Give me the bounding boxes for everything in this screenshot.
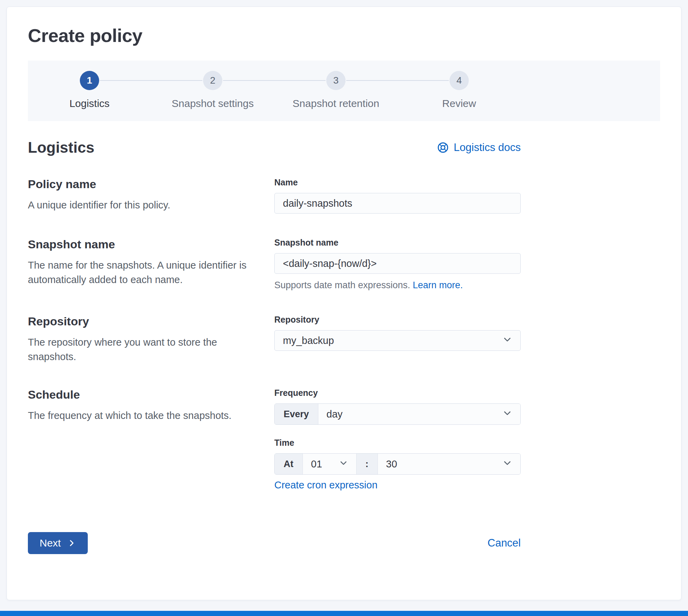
step-connector: [151, 80, 202, 81]
schedule-title: Schedule: [28, 388, 250, 401]
step-review[interactable]: 4 Review: [398, 71, 521, 109]
step-track: 4: [398, 71, 521, 90]
schedule-help: The frequency at which to take the snaps…: [28, 408, 250, 423]
step-number-badge[interactable]: 2: [203, 71, 222, 90]
section-title: Logistics: [28, 139, 94, 156]
step-track: 2: [151, 71, 274, 90]
policy-name-help: A unique identifier for this policy.: [28, 198, 250, 212]
cancel-button[interactable]: Cancel: [488, 537, 521, 549]
steps-row: 1 Logistics 2 Snapshot settings 3: [28, 71, 521, 109]
snapshot-name-fields: Snapshot name Supports date math express…: [274, 238, 521, 291]
snapshot-name-row: Snapshot name The name for the snapshots…: [28, 238, 521, 291]
snapshot-name-description: Snapshot name The name for the snapshots…: [28, 238, 274, 291]
time-prepend-label: At: [275, 454, 303, 474]
repository-select[interactable]: my_backup: [274, 330, 521, 351]
docs-icon: [437, 142, 449, 153]
repository-field-label: Repository: [274, 315, 521, 325]
create-cron-expression-link[interactable]: Create cron expression: [274, 479, 378, 491]
frequency-group: Every day: [274, 403, 521, 425]
step-progress-bar: 1 Logistics 2 Snapshot settings 3: [28, 61, 660, 121]
name-field-label: Name: [274, 177, 521, 187]
policy-name-row: Policy name A unique identifier for this…: [28, 177, 521, 214]
next-button[interactable]: Next: [28, 532, 88, 554]
chevron-down-icon: [502, 408, 512, 420]
step-connector: [100, 80, 151, 81]
snapshot-name-field-label: Snapshot name: [274, 238, 521, 248]
schedule-description: Schedule The frequency at which to take …: [28, 388, 274, 491]
step-number-badge[interactable]: 1: [80, 71, 99, 90]
time-field-label: Time: [274, 438, 521, 448]
logistics-form: Policy name A unique identifier for this…: [28, 177, 521, 554]
logistics-docs-link[interactable]: Logistics docs: [437, 141, 521, 154]
step-label: Snapshot retention: [293, 98, 379, 109]
learn-more-link[interactable]: Learn more.: [413, 280, 463, 290]
policy-name-description: Policy name A unique identifier for this…: [28, 177, 274, 214]
schedule-row: Schedule The frequency at which to take …: [28, 388, 521, 491]
minute-select[interactable]: 30: [378, 454, 521, 474]
repository-fields: Repository my_backup: [274, 315, 521, 364]
snapshot-name-help: The name for the snapshots. A unique ide…: [28, 258, 250, 287]
snapshot-name-title: Snapshot name: [28, 238, 250, 251]
step-label: Review: [442, 98, 476, 109]
chevron-down-icon: [502, 335, 512, 347]
schedule-fields: Frequency Every day Time At: [274, 388, 521, 491]
step-connector: [223, 80, 274, 81]
frequency-prepend-label: Every: [275, 404, 318, 424]
chevron-down-icon: [502, 458, 512, 470]
step-snapshot-settings[interactable]: 2 Snapshot settings: [151, 71, 274, 109]
repository-description: Repository The repository where you want…: [28, 315, 274, 364]
step-number-badge[interactable]: 4: [449, 71, 469, 90]
create-policy-card: Create policy 1 Logistics 2 Snapshot set…: [7, 7, 681, 600]
hour-selected-value: 01: [311, 458, 322, 470]
step-connector: [398, 80, 449, 81]
minute-selected-value: 30: [386, 458, 397, 470]
bottom-accent-bar: [0, 611, 688, 616]
frequency-field-label: Frequency: [274, 388, 521, 398]
page-title: Create policy: [28, 25, 660, 46]
frequency-selected-value: day: [327, 409, 343, 420]
hour-select[interactable]: 01: [303, 454, 357, 474]
repository-title: Repository: [28, 315, 250, 328]
snapshot-name-input[interactable]: [274, 253, 521, 274]
step-track: 3: [274, 71, 398, 90]
chevron-down-icon: [339, 458, 348, 470]
time-separator: :: [357, 454, 378, 474]
next-button-label: Next: [40, 537, 61, 549]
repository-help: The repository where you want to store t…: [28, 335, 250, 364]
chevron-right-icon: [67, 539, 76, 548]
step-label: Logistics: [70, 98, 110, 109]
step-track: 1: [28, 71, 151, 90]
policy-name-fields: Name: [274, 177, 521, 214]
repository-selected-value: my_backup: [283, 335, 334, 346]
docs-link-label: Logistics docs: [454, 141, 521, 154]
step-logistics[interactable]: 1 Logistics: [28, 71, 151, 109]
step-number-badge[interactable]: 3: [326, 71, 346, 90]
frequency-field: Frequency Every day: [274, 388, 521, 425]
help-text: Supports date math expressions.: [274, 280, 413, 290]
step-connector: [469, 80, 521, 81]
snapshot-name-help-text: Supports date math expressions. Learn mo…: [274, 280, 521, 291]
section-header: Logistics Logistics docs: [28, 139, 521, 156]
repository-row: Repository The repository where you want…: [28, 315, 521, 364]
step-label: Snapshot settings: [172, 98, 254, 109]
frequency-select[interactable]: day: [318, 404, 520, 424]
policy-name-input[interactable]: [274, 193, 521, 214]
form-footer: Next Cancel: [28, 532, 521, 554]
step-connector: [346, 80, 398, 81]
policy-name-title: Policy name: [28, 177, 250, 191]
time-group: At 01 : 30: [274, 453, 521, 475]
step-connector: [274, 80, 326, 81]
step-snapshot-retention[interactable]: 3 Snapshot retention: [274, 71, 398, 109]
time-field: Time At 01 : 30: [274, 438, 521, 491]
step-connector: [28, 80, 79, 81]
